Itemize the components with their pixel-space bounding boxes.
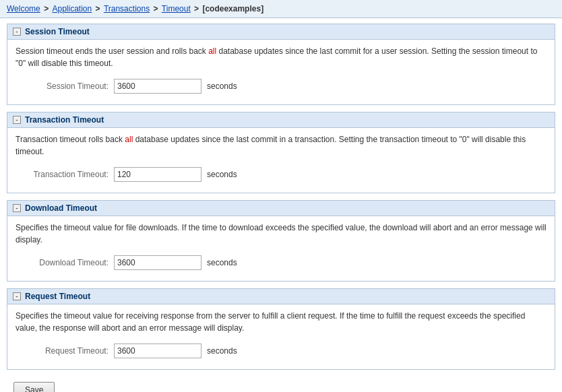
download-timeout-field-row: Download Timeout: seconds xyxy=(15,253,547,273)
request-timeout-description: Specifies the timeout value for receivin… xyxy=(15,310,547,334)
transaction-timeout-description: Transaction timeout rolls back all datab… xyxy=(15,133,547,158)
transaction-timeout-toggle[interactable]: - xyxy=(13,116,21,124)
save-button[interactable]: Save xyxy=(13,382,55,392)
download-timeout-header: - Download Timeout xyxy=(7,201,555,216)
session-timeout-label: Session Timeout: xyxy=(21,81,108,91)
breadcrumb: Welcome > Application > Transactions > T… xyxy=(0,0,562,18)
download-timeout-label: Download Timeout: xyxy=(21,258,108,267)
download-timeout-unit: seconds xyxy=(207,258,237,267)
transaction-highlight-all: all xyxy=(125,135,133,144)
transaction-timeout-section: - Transaction Timeout Transaction timeou… xyxy=(7,112,555,193)
request-timeout-input[interactable] xyxy=(114,344,201,358)
breadcrumb-welcome[interactable]: Welcome xyxy=(7,4,40,13)
breadcrumb-current: [codeexamples] xyxy=(202,4,263,13)
request-timeout-toggle[interactable]: - xyxy=(13,292,21,300)
transaction-timeout-body: Transaction timeout rolls back all datab… xyxy=(7,128,555,193)
session-timeout-body: Session timeout ends the user session an… xyxy=(7,40,555,104)
request-timeout-header: - Request Timeout xyxy=(7,289,555,304)
session-timeout-section: - Session Timeout Session timeout ends t… xyxy=(7,24,555,105)
download-timeout-input[interactable] xyxy=(114,255,201,270)
breadcrumb-transactions[interactable]: Transactions xyxy=(104,4,150,13)
request-timeout-section: - Request Timeout Specifies the timeout … xyxy=(7,288,555,370)
session-timeout-description: Session timeout ends the user session an… xyxy=(15,45,547,69)
session-timeout-header: - Session Timeout xyxy=(7,24,555,40)
breadcrumb-application[interactable]: Application xyxy=(52,4,92,13)
request-timeout-label: Request Timeout: xyxy=(21,346,108,356)
download-timeout-title: Download Timeout xyxy=(25,203,97,213)
transaction-timeout-field-row: Transaction Timeout: seconds xyxy=(15,164,547,185)
download-timeout-section: - Download Timeout Specifies the timeout… xyxy=(7,200,555,282)
transaction-timeout-title: Transaction Timeout xyxy=(25,115,104,125)
transaction-timeout-label: Transaction Timeout: xyxy=(21,170,108,179)
session-timeout-field-row: Session Timeout: seconds xyxy=(15,76,547,96)
main-content: - Session Timeout Session timeout ends t… xyxy=(0,18,562,392)
save-area: Save xyxy=(7,377,555,392)
session-timeout-title: Session Timeout xyxy=(25,27,90,36)
session-highlight-all: all xyxy=(208,46,216,56)
request-timeout-unit: seconds xyxy=(207,346,237,356)
download-timeout-toggle[interactable]: - xyxy=(13,204,21,212)
session-timeout-toggle[interactable]: - xyxy=(13,28,21,36)
transaction-timeout-input[interactable] xyxy=(114,167,201,182)
request-timeout-body: Specifies the timeout value for receivin… xyxy=(7,304,555,369)
session-timeout-input[interactable] xyxy=(114,79,201,94)
transaction-timeout-header: - Transaction Timeout xyxy=(7,112,555,128)
download-timeout-description: Specifies the timeout value for file dow… xyxy=(15,222,547,246)
request-timeout-field-row: Request Timeout: seconds xyxy=(15,341,547,361)
download-timeout-body: Specifies the timeout value for file dow… xyxy=(7,216,555,281)
request-timeout-title: Request Timeout xyxy=(25,292,90,301)
breadcrumb-timeout[interactable]: Timeout xyxy=(162,4,191,13)
transaction-timeout-unit: seconds xyxy=(207,170,237,179)
session-timeout-unit: seconds xyxy=(207,81,237,91)
